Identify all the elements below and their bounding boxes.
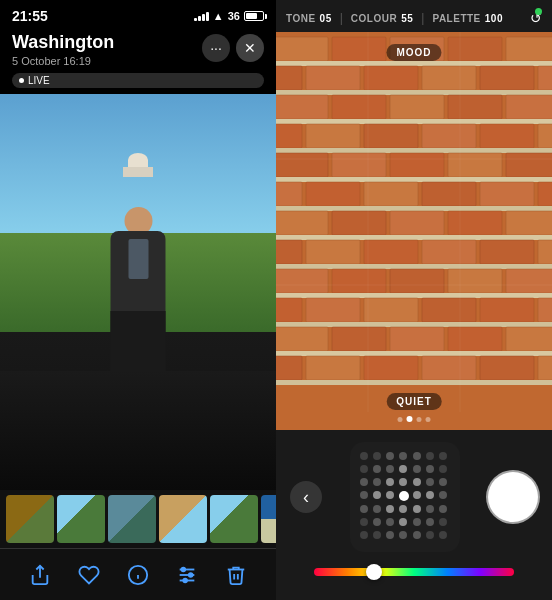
svg-rect-60 — [506, 211, 552, 235]
palette-grid[interactable] — [350, 442, 460, 552]
palette-dot-35 — [360, 518, 368, 526]
svg-rect-91 — [422, 356, 476, 380]
palette-dot-43 — [373, 531, 381, 539]
quiet-section: QUIET — [398, 416, 431, 422]
palette-dot-2 — [386, 452, 394, 460]
palette-dots — [360, 452, 450, 542]
svg-rect-92 — [480, 356, 534, 380]
right-panel: TONE 05 | COLOUR 55 | PALETTE 100 ↺ — [276, 0, 552, 600]
sep-1: | — [340, 11, 343, 25]
svg-rect-84 — [390, 327, 444, 351]
svg-rect-37 — [306, 124, 360, 148]
status-bar: 21:55 ▲ 36 — [0, 0, 276, 28]
editor-bottom: ‹ — [276, 430, 552, 600]
svg-rect-53 — [480, 182, 534, 206]
editor-nav-row: ‹ — [276, 438, 552, 560]
dot-3 — [417, 417, 422, 422]
svg-rect-86 — [506, 327, 552, 351]
more-button[interactable]: ··· — [202, 34, 230, 62]
svg-rect-83 — [332, 327, 386, 351]
svg-rect-30 — [276, 95, 328, 119]
palette-dot-3 — [399, 452, 407, 460]
svg-rect-56 — [276, 211, 328, 235]
svg-rect-72 — [448, 269, 502, 293]
svg-rect-25 — [364, 66, 418, 90]
palette-dot-11 — [413, 465, 421, 473]
svg-rect-93 — [538, 356, 552, 380]
colour-tab[interactable]: COLOUR 55 — [351, 13, 413, 24]
live-dot-icon — [19, 78, 24, 83]
svg-rect-50 — [306, 182, 360, 206]
palette-dot-5 — [426, 452, 434, 460]
share-button[interactable] — [22, 557, 58, 593]
brick-wall-svg — [276, 32, 552, 430]
tone-value: 05 — [320, 13, 332, 24]
svg-rect-51 — [364, 182, 418, 206]
shutter-button[interactable] — [488, 472, 538, 522]
svg-rect-89 — [306, 356, 360, 380]
dot-1 — [398, 417, 403, 422]
signal-bar-4 — [206, 12, 209, 21]
svg-rect-67 — [538, 240, 552, 264]
svg-rect-21 — [506, 37, 552, 61]
signal-bar-2 — [198, 16, 201, 21]
palette-dot-38 — [399, 518, 407, 526]
palette-dot-17 — [399, 478, 407, 486]
palette-dot-6 — [439, 452, 447, 460]
colour-label: COLOUR — [351, 13, 397, 24]
action-bar — [0, 548, 276, 600]
trash-button[interactable] — [218, 557, 254, 593]
palette-dot-46 — [413, 531, 421, 539]
live-badge[interactable]: LIVE — [12, 73, 264, 88]
main-photo — [0, 94, 276, 490]
dot-4 — [426, 417, 431, 422]
close-button[interactable]: ✕ — [236, 34, 264, 62]
svg-rect-31 — [332, 95, 386, 119]
svg-rect-66 — [480, 240, 534, 264]
svg-rect-58 — [390, 211, 444, 235]
svg-rect-44 — [332, 153, 386, 177]
palette-dot-47 — [426, 531, 434, 539]
heart-button[interactable] — [71, 557, 107, 593]
palette-dot-37 — [386, 518, 394, 526]
svg-rect-73 — [506, 269, 552, 293]
signal-bar-1 — [194, 18, 197, 21]
svg-rect-36 — [276, 124, 302, 148]
photo-title-block: Washington 5 October 16:19 — [12, 32, 114, 67]
thumbnail-4[interactable] — [159, 495, 207, 543]
battery-percent: 36 — [228, 10, 240, 22]
thumbnail-1[interactable] — [6, 495, 54, 543]
adjust-button[interactable] — [169, 557, 205, 593]
palette-tab[interactable]: PALETTE 100 — [432, 13, 503, 24]
slider-thumb[interactable] — [366, 564, 382, 580]
color-gradient-slider[interactable] — [314, 568, 514, 576]
back-button[interactable]: ‹ — [290, 481, 322, 513]
svg-rect-62 — [276, 240, 302, 264]
thumbnail-6[interactable] — [261, 495, 276, 543]
photo-date: 5 October 16:19 — [12, 55, 114, 67]
palette-dot-41 — [439, 518, 447, 526]
thumbnail-2[interactable] — [57, 495, 105, 543]
svg-rect-75 — [276, 298, 302, 322]
palette-dot-33 — [426, 505, 434, 513]
svg-rect-24 — [306, 66, 360, 90]
green-indicator — [535, 8, 542, 15]
palette-dot-22 — [373, 491, 381, 499]
photo-person — [111, 207, 166, 371]
tone-tab[interactable]: TONE 05 — [286, 13, 332, 24]
palette-dot-18 — [413, 478, 421, 486]
svg-rect-38 — [364, 124, 418, 148]
palette-dot-39 — [413, 518, 421, 526]
svg-rect-22 — [276, 61, 552, 66]
info-button[interactable] — [120, 557, 156, 593]
dot-2 — [407, 416, 413, 422]
palette-dot-14 — [360, 478, 368, 486]
thumbnail-5[interactable] — [210, 495, 258, 543]
palette-dot-21 — [360, 491, 368, 499]
thumbnail-3[interactable] — [108, 495, 156, 543]
capitol-body — [123, 167, 153, 177]
person-leg-right — [140, 311, 166, 371]
svg-rect-49 — [276, 182, 302, 206]
svg-rect-26 — [422, 66, 476, 90]
signal-icon — [194, 11, 209, 21]
